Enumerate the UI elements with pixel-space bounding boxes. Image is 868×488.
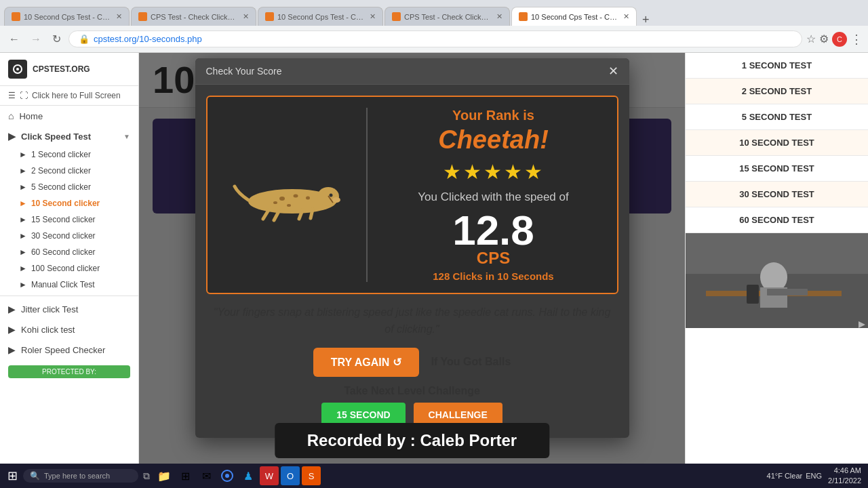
sidebar-item-jitter[interactable]: ▶ Jitter click Test <box>0 299 138 319</box>
taskbar-app-icon-3[interactable]: S <box>302 466 321 485</box>
tab-close-2[interactable]: ✕ <box>243 12 249 21</box>
right-sidebar-item-30sec[interactable]: 30 SECOND TEST <box>686 182 868 207</box>
tab-close-1[interactable]: ✕ <box>116 12 122 21</box>
sidebar-item-10sec[interactable]: ► 10 Second clicker <box>11 195 138 211</box>
sidebar-item-manual[interactable]: ► Manual Click Test <box>11 277 138 293</box>
right-sidebar-item-2sec[interactable]: 2 SECOND TEST <box>686 79 868 104</box>
fullscreen-link[interactable]: ☰ ⛶ Click here to Full Screen <box>0 86 138 106</box>
speed-unit: CPS <box>384 249 604 268</box>
clock: 4:46 AM 2/11/2022 <box>825 466 864 487</box>
tab-3[interactable]: 10 Second Cps Test - Checks Cl... ✕ <box>258 7 383 26</box>
home-label: Home <box>19 111 43 121</box>
forward-button[interactable]: → <box>27 32 45 47</box>
tab-close-3[interactable]: ✕ <box>370 12 376 21</box>
try-again-section: TRY AGAIN ↺ If You Got Balls <box>206 348 618 377</box>
search-icon: 🔍 <box>30 471 40 481</box>
label-2sec: 2 Second clicker <box>31 166 91 176</box>
click-speed-icon: ▶ <box>8 131 16 142</box>
taskbar-file-icon[interactable]: 📁 <box>155 466 174 485</box>
cursor-icon-2: ► <box>19 166 27 176</box>
taskbar-windows-icon[interactable]: ⊞ <box>176 466 195 485</box>
divider-1 <box>0 296 138 296</box>
main-layout: CPSTEST.ORG ☰ ⛶ Click here to Full Scree… <box>0 53 868 464</box>
sidebar-item-1sec[interactable]: ► 1 Second clicker <box>11 146 138 163</box>
back-button[interactable]: ← <box>5 32 23 47</box>
search-bar[interactable]: 🔍 Type here to search <box>23 469 138 483</box>
taskbar-mail-icon[interactable]: ✉ <box>197 466 216 485</box>
tab-favicon-3 <box>265 12 274 21</box>
new-tab-button[interactable]: + <box>638 14 654 26</box>
svg-point-8 <box>306 196 310 199</box>
extensions-icon[interactable]: ⚙ <box>819 33 829 45</box>
label-60sec: 60 Second clicker <box>31 247 96 257</box>
url-bar[interactable]: 🔒 cpstest.org/10-seconds.php <box>68 30 802 47</box>
language-indicator: ENG <box>806 472 822 480</box>
menu-dots[interactable]: ⋮ <box>850 32 863 47</box>
right-sidebar-item-5sec[interactable]: 5 SECOND TEST <box>686 104 868 130</box>
sidebar-item-30sec[interactable]: ► 30 Second clicker <box>11 228 138 244</box>
sidebar-item-2sec[interactable]: ► 2 Second clicker <box>11 163 138 179</box>
cursor-icon-fs: ⛶ <box>20 91 28 100</box>
start-button[interactable]: ⊞ <box>4 467 21 485</box>
svg-point-10 <box>287 204 291 207</box>
cursor-icon-100: ► <box>19 264 27 273</box>
modal-close-button[interactable]: ✕ <box>608 65 618 77</box>
right-sidebar-item-1sec[interactable]: 1 SECOND TEST <box>686 53 868 79</box>
cursor-icon-15: ► <box>19 215 27 224</box>
sidebar-item-15sec[interactable]: ► 15 Second clicker <box>11 211 138 228</box>
sidebar: CPSTEST.ORG ☰ ⛶ Click here to Full Scree… <box>0 53 139 464</box>
modal-title: Check Your Score <box>206 66 282 77</box>
svg-point-9 <box>273 201 277 204</box>
sidebar-item-click-speed-test[interactable]: ▶ Click Speed Test ▼ <box>0 126 138 146</box>
content-area: 10 SECONDS CLICKS Check Your Score ✕ <box>139 53 685 464</box>
tab-label-2: CPS Test - Check Clicks per Sec... <box>151 13 238 21</box>
quote-section: "Your fingers snap at blistering speed j… <box>206 304 618 338</box>
thumbnail-image <box>686 233 868 328</box>
taskbar-chrome-icon[interactable] <box>218 466 237 485</box>
avatar-icon[interactable]: C <box>832 32 847 47</box>
bookmark-icon[interactable]: ☆ <box>806 33 816 45</box>
tab-close-4[interactable]: ✕ <box>496 12 502 21</box>
svg-point-6 <box>279 197 285 201</box>
video-thumbnail <box>686 233 868 328</box>
url-text: cpstest.org/10-seconds.php <box>94 34 202 44</box>
right-sidebar-item-15sec[interactable]: 15 SECOND TEST <box>686 156 868 182</box>
rank-label: Your Rank is <box>384 108 604 123</box>
sidebar-item-home[interactable]: ⌂ Home <box>0 106 138 126</box>
taskview-button[interactable]: ⧉ <box>140 469 153 483</box>
sidebar-item-100sec[interactable]: ► 100 Second clicker <box>11 260 138 277</box>
chevron-down-icon: ▼ <box>123 133 130 140</box>
right-sidebar: 1 SECOND TEST 2 SECOND TEST 5 SECOND TES… <box>685 53 868 464</box>
sidebar-item-roler[interactable]: ▶ Roler Speed Checker <box>0 340 138 360</box>
tab-1[interactable]: 10 Second Cps Test - Checks Cl... ✕ <box>4 7 130 26</box>
result-left <box>221 166 350 224</box>
sidebar-scroll-indicator: PROTECTED BY: <box>8 365 130 378</box>
svg-line-12 <box>274 211 279 220</box>
taskbar-app-icon-2[interactable]: O <box>281 466 300 485</box>
sidebar-item-60sec[interactable]: ► 60 Second clicker <box>11 244 138 260</box>
jitter-icon: ▶ <box>8 304 16 314</box>
taskbar-app-icon-1[interactable]: W <box>260 466 279 485</box>
tab-close-5[interactable]: ✕ <box>623 12 629 21</box>
tab-4[interactable]: CPS Test - Check Clicks per Sec... ✕ <box>384 7 510 26</box>
sidebar-item-5sec[interactable]: ► 5 Second clicker <box>11 179 138 195</box>
right-sidebar-item-60sec[interactable]: 60 SECOND TEST <box>686 207 868 233</box>
sidebar-item-kohi[interactable]: ▶ Kohi click test <box>0 319 138 340</box>
cheetah-image <box>228 166 343 224</box>
tab-5-active[interactable]: 10 Second Cps Test - Checks Cl... ✕ <box>511 7 637 26</box>
result-right: Your Rank is Cheetah! ★★★★★ You Clicked … <box>384 108 604 282</box>
right-sidebar-item-10sec[interactable]: 10 SECOND TEST <box>686 130 868 156</box>
sidebar-logo: CPSTEST.ORG <box>0 53 138 86</box>
fullscreen-label: Click here to Full Screen <box>32 91 121 100</box>
cursor-icon-10: ► <box>19 199 27 208</box>
svg-point-15 <box>332 197 340 203</box>
try-again-button[interactable]: TRY AGAIN ↺ <box>313 348 419 377</box>
modal: Check Your Score ✕ <box>195 58 629 438</box>
modal-body: Your Rank is Cheetah! ★★★★★ You Clicked … <box>195 85 629 438</box>
tab-label-1: 10 Second Cps Test - Checks Cl... <box>24 13 111 21</box>
tab-2[interactable]: CPS Test - Check Clicks per Sec... ✕ <box>131 7 256 26</box>
reload-button[interactable]: ↻ <box>49 31 64 47</box>
sidebar-sub-items: ► 1 Second clicker ► 2 Second clicker ► … <box>0 146 138 293</box>
taskbar-steam-icon[interactable]: ♟ <box>239 466 258 485</box>
lock-icon: 🔒 <box>79 34 90 44</box>
